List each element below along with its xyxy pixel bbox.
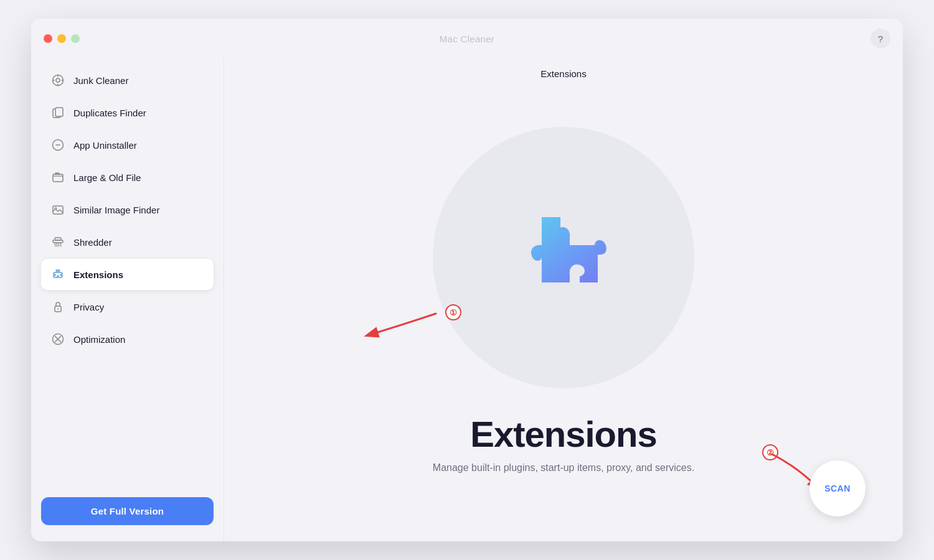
sidebar-item-junk-cleaner[interactable]: Junk Cleaner bbox=[41, 65, 214, 96]
annotation-2: ② bbox=[762, 444, 778, 460]
sidebar-item-shredder[interactable]: Shredder bbox=[41, 226, 214, 258]
shredder-label: Shredder bbox=[73, 237, 112, 248]
title-bar: Mac Cleaner ? bbox=[31, 19, 903, 58]
sidebar-item-app-uninstaller[interactable]: App Uninstaller bbox=[41, 129, 214, 161]
sidebar-item-duplicates-finder[interactable]: Duplicates Finder bbox=[41, 97, 214, 128]
sidebar: Junk Cleaner Duplicates Finder bbox=[31, 58, 224, 541]
svg-point-12 bbox=[55, 208, 57, 210]
app-window: Mac Cleaner ? bbox=[31, 19, 903, 541]
svg-rect-14 bbox=[55, 238, 61, 240]
help-button[interactable]: ? bbox=[870, 29, 890, 49]
maximize-button[interactable] bbox=[71, 34, 80, 43]
puzzle-icon bbox=[501, 195, 626, 320]
annotation-1: ① bbox=[445, 304, 461, 320]
app-title: Mac Cleaner bbox=[440, 34, 494, 44]
sidebar-bottom: Get Full Version bbox=[31, 487, 224, 535]
sidebar-item-optimization[interactable]: Optimization bbox=[41, 324, 214, 355]
similar-image-finder-icon bbox=[51, 203, 65, 217]
content-header: Extensions bbox=[224, 58, 903, 90]
privacy-icon bbox=[51, 300, 65, 314]
content-area: Extensions Extensions bbox=[224, 58, 903, 541]
optimization-icon bbox=[51, 332, 65, 346]
junk-cleaner-label: Junk Cleaner bbox=[73, 75, 128, 86]
sidebar-item-similar-image-finder[interactable]: Similar Image Finder bbox=[41, 194, 214, 225]
app-uninstaller-label: App Uninstaller bbox=[73, 140, 137, 151]
junk-cleaner-icon bbox=[51, 73, 65, 87]
sidebar-items: Junk Cleaner Duplicates Finder bbox=[31, 65, 224, 487]
sidebar-item-extensions[interactable]: Extensions bbox=[41, 259, 214, 290]
puzzle-illustration bbox=[433, 127, 694, 388]
main-content: Junk Cleaner Duplicates Finder bbox=[31, 58, 903, 541]
arrow-1 bbox=[349, 301, 448, 351]
shredder-icon bbox=[51, 235, 65, 249]
similar-image-finder-label: Similar Image Finder bbox=[73, 205, 159, 215]
svg-rect-7 bbox=[55, 108, 63, 116]
extensions-label: Extensions bbox=[73, 269, 123, 280]
close-button[interactable] bbox=[44, 34, 52, 43]
app-uninstaller-icon bbox=[51, 138, 65, 152]
traffic-lights bbox=[44, 34, 80, 43]
svg-point-1 bbox=[56, 78, 60, 82]
annotation-circle-2: ② bbox=[762, 444, 778, 460]
optimization-label: Optimization bbox=[73, 334, 125, 345]
extensions-subtitle: Manage built-in plugins, start-up items,… bbox=[433, 462, 694, 474]
large-old-file-icon bbox=[51, 170, 65, 184]
privacy-label: Privacy bbox=[73, 302, 104, 312]
extensions-icon bbox=[51, 268, 65, 281]
svg-rect-10 bbox=[53, 174, 63, 182]
duplicates-finder-label: Duplicates Finder bbox=[73, 108, 146, 118]
svg-point-16 bbox=[57, 309, 59, 310]
scan-button[interactable]: SCAN bbox=[809, 460, 866, 516]
sidebar-item-privacy[interactable]: Privacy bbox=[41, 291, 214, 322]
large-old-file-label: Large & Old File bbox=[73, 172, 141, 183]
minimize-button[interactable] bbox=[57, 34, 66, 43]
extensions-main-title: Extensions bbox=[470, 413, 656, 455]
get-full-version-button[interactable]: Get Full Version bbox=[41, 497, 214, 525]
sidebar-item-large-old-file[interactable]: Large & Old File bbox=[41, 162, 214, 193]
annotation-circle-1: ① bbox=[445, 304, 461, 320]
content-header-title: Extensions bbox=[540, 68, 586, 79]
duplicates-finder-icon bbox=[51, 106, 65, 119]
